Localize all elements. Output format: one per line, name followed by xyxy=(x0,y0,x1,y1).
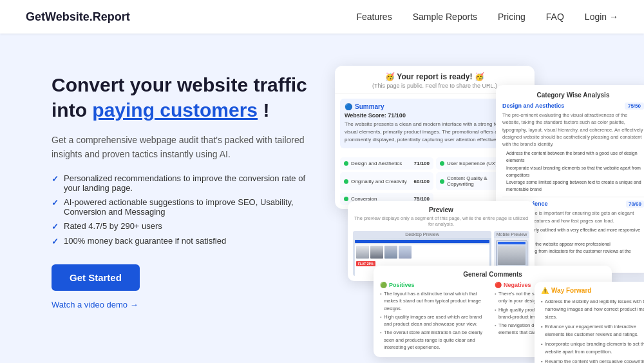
hero-right: 🥳 Your report is ready! 🥳 (This page is … xyxy=(335,66,618,363)
category-design-section: Design and Aesthetics 75/50 The pre-emin… xyxy=(502,103,644,193)
hero-left: Convert your website traffic into paying… xyxy=(52,66,309,309)
video-demo-link[interactable]: Watch a video demo → xyxy=(52,300,309,309)
category-design-title: Design and Aesthetics 75/50 xyxy=(502,103,644,110)
metric-dot xyxy=(344,161,348,166)
feature-item: 100% money back guarantee if not satisfi… xyxy=(52,236,309,246)
category-design-bullets: Address the content between the brand wi… xyxy=(502,150,644,193)
navbar: GetWebsite.Report Features Sample Report… xyxy=(0,0,644,34)
metric-dot xyxy=(440,179,444,184)
way-forward-title: ⚠️ Way Forward xyxy=(541,287,644,294)
category-design-desc: The pre-eminent evaluating the visual at… xyxy=(502,112,644,148)
feature-item: Personalized recommendations to improve … xyxy=(52,173,309,193)
positives-col: 🟢 Positives The layout has a distinctive… xyxy=(380,282,491,352)
nav-pricing[interactable]: Pricing xyxy=(498,12,526,22)
hero-features-list: Personalized recommendations to improve … xyxy=(52,173,309,246)
report-ready-title: 🥳 Your report is ready! 🥳 xyxy=(340,72,529,81)
hero-subtitle: Get a comprehensive webpage audit that's… xyxy=(52,133,309,162)
nav-sample-reports[interactable]: Sample Reports xyxy=(413,12,477,22)
nav-links: Features Sample Reports Pricing FAQ Logi… xyxy=(356,12,618,22)
metric-design: Design and Aesthetics 71/100 xyxy=(340,157,433,170)
nav-faq[interactable]: FAQ xyxy=(546,12,564,22)
metric-dot xyxy=(344,197,348,201)
mobile-preview-label: Mobile Preview xyxy=(494,231,529,238)
hero-title-part2: ! xyxy=(258,99,269,121)
way-forward-card: ⚠️ Way Forward Address the visibility an… xyxy=(535,282,644,363)
feature-item: AI-powered actionable suggestions to imp… xyxy=(52,197,309,217)
comments-title: General Comments xyxy=(380,271,605,278)
metric-originality: Originality and Creativity 60/100 xyxy=(340,172,433,190)
desktop-preview-label: Desktop Preview xyxy=(353,231,491,238)
positives-title: 🟢 Positives xyxy=(380,282,491,288)
category-title: Category Wise Analysis xyxy=(502,92,644,99)
nav-features[interactable]: Features xyxy=(356,12,392,22)
preview-subtitle: The preview displays only a segment of t… xyxy=(353,215,529,227)
metric-dot xyxy=(440,161,444,166)
brand-logo: GetWebsite.Report xyxy=(26,10,130,24)
feature-item: Rated 4.7/5 by 290+ users xyxy=(52,221,309,231)
get-started-button[interactable]: Get Started xyxy=(52,264,140,291)
hero-title: Convert your website traffic into paying… xyxy=(52,72,309,123)
nav-login[interactable]: Login → xyxy=(585,12,618,22)
metric-dot xyxy=(344,179,348,184)
preview-title: Preview xyxy=(353,206,529,213)
hero-section: Convert your website traffic into paying… xyxy=(0,34,644,363)
hero-title-highlight: paying customers xyxy=(92,99,258,121)
